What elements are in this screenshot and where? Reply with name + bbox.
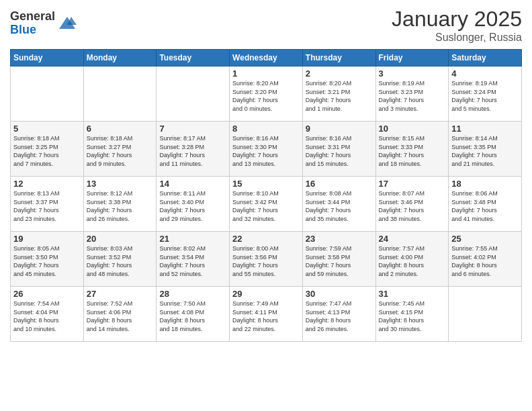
calendar-cell: 18Sunrise: 8:06 AM Sunset: 3:48 PM Dayli… [449, 177, 522, 232]
day-number: 6 [87, 124, 154, 134]
logo-icon [58, 14, 77, 33]
day-info: Sunrise: 8:10 AM Sunset: 3:42 PM Dayligh… [232, 189, 300, 223]
col-tuesday: Tuesday [157, 50, 230, 66]
day-number: 19 [13, 234, 81, 244]
day-number: 14 [159, 179, 226, 189]
day-number: 23 [306, 234, 373, 244]
day-number: 17 [379, 179, 446, 189]
week-row-4: 19Sunrise: 8:05 AM Sunset: 3:50 PM Dayli… [11, 232, 522, 287]
day-info: Sunrise: 7:52 AM Sunset: 4:06 PM Dayligh… [87, 300, 154, 333]
day-number: 18 [451, 179, 519, 189]
day-info: Sunrise: 8:12 AM Sunset: 3:38 PM Dayligh… [87, 189, 154, 223]
logo: General Blue [10, 10, 77, 37]
day-number: 3 [379, 68, 446, 79]
calendar-cell: 11Sunrise: 8:14 AM Sunset: 3:35 PM Dayli… [449, 122, 522, 177]
day-info: Sunrise: 8:06 AM Sunset: 3:48 PM Dayligh… [451, 189, 519, 223]
col-saturday: Saturday [449, 50, 522, 66]
page: General Blue January 2025 Suslonger, Rus… [0, 0, 532, 411]
day-info: Sunrise: 8:13 AM Sunset: 3:37 PM Dayligh… [13, 189, 81, 223]
col-sunday: Sunday [11, 50, 84, 66]
day-info: Sunrise: 8:19 AM Sunset: 3:24 PM Dayligh… [451, 79, 519, 113]
day-info: Sunrise: 8:17 AM Sunset: 3:28 PM Dayligh… [159, 134, 226, 168]
logo-text: General Blue [10, 10, 55, 37]
calendar-cell: 8Sunrise: 8:16 AM Sunset: 3:30 PM Daylig… [230, 122, 303, 177]
day-number: 7 [159, 124, 226, 134]
day-number: 13 [87, 179, 154, 189]
day-number: 24 [379, 234, 446, 244]
day-info: Sunrise: 8:19 AM Sunset: 3:23 PM Dayligh… [379, 79, 446, 113]
day-info: Sunrise: 7:50 AM Sunset: 4:08 PM Dayligh… [159, 300, 226, 333]
day-number: 10 [379, 124, 446, 134]
calendar-cell: 24Sunrise: 7:57 AM Sunset: 4:00 PM Dayli… [375, 232, 449, 287]
day-info: Sunrise: 7:55 AM Sunset: 4:02 PM Dayligh… [451, 244, 519, 278]
day-info: Sunrise: 8:05 AM Sunset: 3:50 PM Dayligh… [13, 244, 81, 278]
month-title: January 2025 [392, 7, 522, 32]
day-info: Sunrise: 8:18 AM Sunset: 3:25 PM Dayligh… [13, 134, 81, 168]
calendar-cell: 20Sunrise: 8:03 AM Sunset: 3:52 PM Dayli… [83, 232, 157, 287]
day-number: 21 [159, 234, 226, 244]
day-info: Sunrise: 7:49 AM Sunset: 4:11 PM Dayligh… [232, 300, 300, 333]
calendar-cell: 4Sunrise: 8:19 AM Sunset: 3:24 PM Daylig… [449, 66, 522, 122]
day-number: 27 [87, 289, 154, 299]
day-info: Sunrise: 7:59 AM Sunset: 3:58 PM Dayligh… [306, 244, 373, 278]
week-row-1: 1Sunrise: 8:20 AM Sunset: 3:20 PM Daylig… [11, 66, 522, 122]
day-number: 26 [13, 289, 81, 299]
day-info: Sunrise: 7:45 AM Sunset: 4:15 PM Dayligh… [379, 300, 446, 333]
day-number: 31 [379, 289, 446, 299]
calendar-cell: 3Sunrise: 8:19 AM Sunset: 3:23 PM Daylig… [375, 66, 449, 122]
calendar-cell: 14Sunrise: 8:11 AM Sunset: 3:40 PM Dayli… [157, 177, 230, 232]
day-info: Sunrise: 8:16 AM Sunset: 3:31 PM Dayligh… [306, 134, 373, 168]
day-number: 1 [232, 68, 300, 79]
col-wednesday: Wednesday [230, 50, 303, 66]
title-block: January 2025 Suslonger, Russia [392, 7, 522, 44]
day-number: 9 [306, 124, 373, 134]
col-friday: Friday [375, 50, 449, 66]
calendar-cell [11, 66, 84, 122]
calendar-cell: 5Sunrise: 8:18 AM Sunset: 3:25 PM Daylig… [11, 122, 84, 177]
day-number: 25 [451, 234, 519, 244]
logo-blue: Blue [10, 24, 55, 37]
calendar-cell: 30Sunrise: 7:47 AM Sunset: 4:13 PM Dayli… [302, 287, 375, 342]
calendar-cell: 17Sunrise: 8:07 AM Sunset: 3:46 PM Dayli… [375, 177, 449, 232]
day-number: 5 [13, 124, 81, 134]
calendar-cell: 2Sunrise: 8:20 AM Sunset: 3:21 PM Daylig… [302, 66, 375, 122]
calendar-table: Sunday Monday Tuesday Wednesday Thursday… [10, 49, 522, 342]
day-number: 20 [87, 234, 154, 244]
calendar-cell: 27Sunrise: 7:52 AM Sunset: 4:06 PM Dayli… [83, 287, 157, 342]
calendar-cell: 15Sunrise: 8:10 AM Sunset: 3:42 PM Dayli… [230, 177, 303, 232]
day-info: Sunrise: 8:11 AM Sunset: 3:40 PM Dayligh… [159, 189, 226, 223]
day-info: Sunrise: 8:00 AM Sunset: 3:56 PM Dayligh… [232, 244, 300, 278]
day-number: 30 [306, 289, 373, 299]
location-title: Suslonger, Russia [392, 32, 522, 44]
day-info: Sunrise: 8:20 AM Sunset: 3:21 PM Dayligh… [306, 79, 373, 113]
day-number: 4 [451, 68, 519, 79]
calendar-cell: 6Sunrise: 8:18 AM Sunset: 3:27 PM Daylig… [83, 122, 157, 177]
week-row-2: 5Sunrise: 8:18 AM Sunset: 3:25 PM Daylig… [11, 122, 522, 177]
day-number: 11 [451, 124, 519, 134]
header: General Blue January 2025 Suslonger, Rus… [10, 7, 522, 44]
col-thursday: Thursday [302, 50, 375, 66]
col-monday: Monday [83, 50, 157, 66]
day-info: Sunrise: 8:08 AM Sunset: 3:44 PM Dayligh… [306, 189, 373, 223]
calendar-cell: 7Sunrise: 8:17 AM Sunset: 3:28 PM Daylig… [157, 122, 230, 177]
calendar-cell: 26Sunrise: 7:54 AM Sunset: 4:04 PM Dayli… [11, 287, 84, 342]
day-number: 2 [306, 68, 373, 79]
day-number: 12 [13, 179, 81, 189]
week-row-3: 12Sunrise: 8:13 AM Sunset: 3:37 PM Dayli… [11, 177, 522, 232]
calendar-cell [449, 287, 522, 342]
day-info: Sunrise: 7:47 AM Sunset: 4:13 PM Dayligh… [306, 300, 373, 333]
calendar-cell: 9Sunrise: 8:16 AM Sunset: 3:31 PM Daylig… [302, 122, 375, 177]
calendar-cell: 22Sunrise: 8:00 AM Sunset: 3:56 PM Dayli… [230, 232, 303, 287]
day-info: Sunrise: 8:07 AM Sunset: 3:46 PM Dayligh… [379, 189, 446, 223]
calendar-cell: 10Sunrise: 8:15 AM Sunset: 3:33 PM Dayli… [375, 122, 449, 177]
day-number: 28 [159, 289, 226, 299]
day-info: Sunrise: 8:18 AM Sunset: 3:27 PM Dayligh… [87, 134, 154, 168]
day-number: 29 [232, 289, 300, 299]
logo-general: General [10, 10, 55, 24]
calendar-cell: 19Sunrise: 8:05 AM Sunset: 3:50 PM Dayli… [11, 232, 84, 287]
calendar-cell [157, 66, 230, 122]
calendar-cell: 1Sunrise: 8:20 AM Sunset: 3:20 PM Daylig… [230, 66, 303, 122]
day-number: 16 [306, 179, 373, 189]
calendar-cell: 25Sunrise: 7:55 AM Sunset: 4:02 PM Dayli… [449, 232, 522, 287]
calendar-cell: 21Sunrise: 8:02 AM Sunset: 3:54 PM Dayli… [157, 232, 230, 287]
